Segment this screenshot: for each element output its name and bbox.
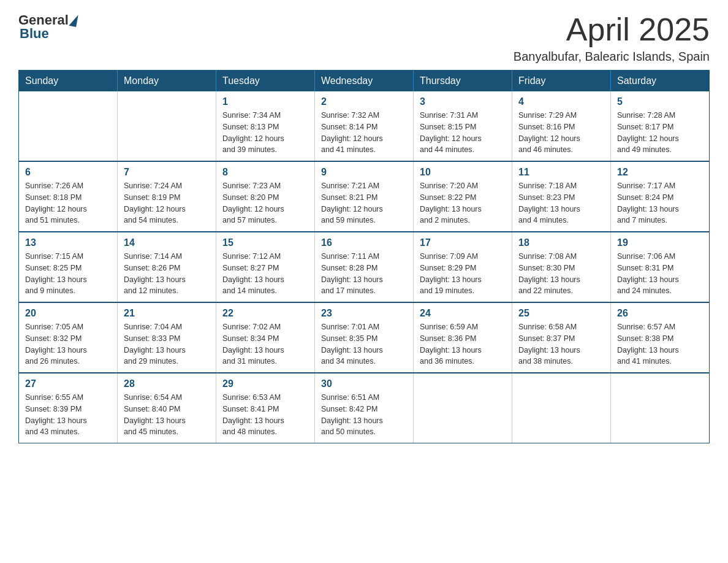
title-section: April 2025 Banyalbufar, Balearic Islands…	[514, 12, 710, 64]
day-info: Sunrise: 6:51 AMSunset: 8:42 PMDaylight:…	[321, 392, 407, 438]
calendar-cell: 26Sunrise: 6:57 AMSunset: 8:38 PMDayligh…	[611, 302, 710, 373]
calendar-cell: 25Sunrise: 6:58 AMSunset: 8:37 PMDayligh…	[512, 302, 611, 373]
calendar-cell: 13Sunrise: 7:15 AMSunset: 8:25 PMDayligh…	[19, 232, 118, 302]
day-number: 4	[518, 96, 604, 107]
calendar-cell: 27Sunrise: 6:55 AMSunset: 8:39 PMDayligh…	[19, 373, 118, 443]
calendar-cell: 30Sunrise: 6:51 AMSunset: 8:42 PMDayligh…	[315, 373, 414, 443]
calendar-cell: 9Sunrise: 7:21 AMSunset: 8:21 PMDaylight…	[315, 161, 414, 232]
calendar-cell: 4Sunrise: 7:29 AMSunset: 8:16 PMDaylight…	[512, 91, 611, 161]
day-number: 16	[321, 237, 407, 248]
day-info: Sunrise: 7:15 AMSunset: 8:25 PMDaylight:…	[25, 251, 111, 297]
calendar-cell: 5Sunrise: 7:28 AMSunset: 8:17 PMDaylight…	[611, 91, 710, 161]
calendar-cell: 20Sunrise: 7:05 AMSunset: 8:32 PMDayligh…	[19, 302, 118, 373]
weekday-header-saturday: Saturday	[611, 71, 710, 92]
day-info: Sunrise: 7:04 AMSunset: 8:33 PMDaylight:…	[124, 321, 210, 367]
calendar-cell: 8Sunrise: 7:23 AMSunset: 8:20 PMDaylight…	[216, 161, 315, 232]
calendar-cell: 7Sunrise: 7:24 AMSunset: 8:19 PMDaylight…	[118, 161, 216, 232]
weekday-header-wednesday: Wednesday	[315, 71, 414, 92]
calendar-cell: 16Sunrise: 7:11 AMSunset: 8:28 PMDayligh…	[315, 232, 414, 302]
weekday-header-row: SundayMondayTuesdayWednesdayThursdayFrid…	[19, 71, 710, 92]
calendar-cell: 21Sunrise: 7:04 AMSunset: 8:33 PMDayligh…	[118, 302, 216, 373]
day-number: 21	[124, 308, 210, 319]
day-info: Sunrise: 6:53 AMSunset: 8:41 PMDaylight:…	[222, 392, 308, 438]
day-number: 24	[420, 308, 506, 319]
day-info: Sunrise: 7:12 AMSunset: 8:27 PMDaylight:…	[222, 251, 308, 297]
day-number: 28	[124, 378, 210, 389]
calendar-cell: 29Sunrise: 6:53 AMSunset: 8:41 PMDayligh…	[216, 373, 315, 443]
day-info: Sunrise: 7:26 AMSunset: 8:18 PMDaylight:…	[25, 180, 111, 226]
day-info: Sunrise: 7:34 AMSunset: 8:13 PMDaylight:…	[222, 110, 308, 156]
day-info: Sunrise: 6:57 AMSunset: 8:38 PMDaylight:…	[617, 321, 703, 367]
calendar-cell: 2Sunrise: 7:32 AMSunset: 8:14 PMDaylight…	[315, 91, 414, 161]
calendar-cell	[414, 373, 512, 443]
calendar-cell: 1Sunrise: 7:34 AMSunset: 8:13 PMDaylight…	[216, 91, 315, 161]
day-number: 8	[222, 167, 308, 178]
logo-triangle-icon	[69, 13, 78, 27]
calendar-cell: 19Sunrise: 7:06 AMSunset: 8:31 PMDayligh…	[611, 232, 710, 302]
day-info: Sunrise: 7:31 AMSunset: 8:15 PMDaylight:…	[420, 110, 506, 156]
day-info: Sunrise: 7:18 AMSunset: 8:23 PMDaylight:…	[518, 180, 604, 226]
day-number: 9	[321, 167, 407, 178]
weekday-header-sunday: Sunday	[19, 71, 118, 92]
calendar-cell: 10Sunrise: 7:20 AMSunset: 8:22 PMDayligh…	[414, 161, 512, 232]
week-row-1: 1Sunrise: 7:34 AMSunset: 8:13 PMDaylight…	[19, 91, 710, 161]
day-info: Sunrise: 6:55 AMSunset: 8:39 PMDaylight:…	[25, 392, 111, 438]
day-number: 20	[25, 308, 111, 319]
week-row-5: 27Sunrise: 6:55 AMSunset: 8:39 PMDayligh…	[19, 373, 710, 443]
day-info: Sunrise: 7:09 AMSunset: 8:29 PMDaylight:…	[420, 251, 506, 297]
day-info: Sunrise: 7:17 AMSunset: 8:24 PMDaylight:…	[617, 180, 703, 226]
day-info: Sunrise: 7:28 AMSunset: 8:17 PMDaylight:…	[617, 110, 703, 156]
day-number: 11	[518, 167, 604, 178]
day-info: Sunrise: 7:20 AMSunset: 8:22 PMDaylight:…	[420, 180, 506, 226]
day-number: 15	[222, 237, 308, 248]
day-info: Sunrise: 6:59 AMSunset: 8:36 PMDaylight:…	[420, 321, 506, 367]
day-info: Sunrise: 7:14 AMSunset: 8:26 PMDaylight:…	[124, 251, 210, 297]
day-number: 10	[420, 167, 506, 178]
day-info: Sunrise: 7:02 AMSunset: 8:34 PMDaylight:…	[222, 321, 308, 367]
calendar-cell	[512, 373, 611, 443]
location-label: Banyalbufar, Balearic Islands, Spain	[514, 50, 710, 64]
day-number: 2	[321, 96, 407, 107]
day-number: 23	[321, 308, 407, 319]
day-number: 25	[518, 308, 604, 319]
day-number: 26	[617, 308, 703, 319]
day-number: 7	[124, 167, 210, 178]
day-number: 22	[222, 308, 308, 319]
day-info: Sunrise: 7:06 AMSunset: 8:31 PMDaylight:…	[617, 251, 703, 297]
calendar-cell: 18Sunrise: 7:08 AMSunset: 8:30 PMDayligh…	[512, 232, 611, 302]
day-number: 5	[617, 96, 703, 107]
calendar-cell: 15Sunrise: 7:12 AMSunset: 8:27 PMDayligh…	[216, 232, 315, 302]
calendar-cell	[118, 91, 216, 161]
day-number: 14	[124, 237, 210, 248]
day-number: 1	[222, 96, 308, 107]
day-info: Sunrise: 7:21 AMSunset: 8:21 PMDaylight:…	[321, 180, 407, 226]
day-number: 3	[420, 96, 506, 107]
weekday-header-monday: Monday	[118, 71, 216, 92]
day-number: 12	[617, 167, 703, 178]
calendar-cell: 28Sunrise: 6:54 AMSunset: 8:40 PMDayligh…	[118, 373, 216, 443]
day-info: Sunrise: 7:01 AMSunset: 8:35 PMDaylight:…	[321, 321, 407, 367]
week-row-3: 13Sunrise: 7:15 AMSunset: 8:25 PMDayligh…	[19, 232, 710, 302]
calendar-cell	[19, 91, 118, 161]
day-info: Sunrise: 7:29 AMSunset: 8:16 PMDaylight:…	[518, 110, 604, 156]
day-info: Sunrise: 6:54 AMSunset: 8:40 PMDaylight:…	[124, 392, 210, 438]
day-number: 13	[25, 237, 111, 248]
day-info: Sunrise: 7:23 AMSunset: 8:20 PMDaylight:…	[222, 180, 308, 226]
day-info: Sunrise: 7:24 AMSunset: 8:19 PMDaylight:…	[124, 180, 210, 226]
day-info: Sunrise: 7:11 AMSunset: 8:28 PMDaylight:…	[321, 251, 407, 297]
calendar-cell: 17Sunrise: 7:09 AMSunset: 8:29 PMDayligh…	[414, 232, 512, 302]
calendar-cell: 14Sunrise: 7:14 AMSunset: 8:26 PMDayligh…	[118, 232, 216, 302]
day-info: Sunrise: 7:05 AMSunset: 8:32 PMDaylight:…	[25, 321, 111, 367]
calendar-cell: 3Sunrise: 7:31 AMSunset: 8:15 PMDaylight…	[414, 91, 512, 161]
day-number: 18	[518, 237, 604, 248]
day-info: Sunrise: 7:08 AMSunset: 8:30 PMDaylight:…	[518, 251, 604, 297]
weekday-header-tuesday: Tuesday	[216, 71, 315, 92]
month-title: April 2025	[514, 12, 710, 47]
weekday-header-friday: Friday	[512, 71, 611, 92]
calendar-cell: 6Sunrise: 7:26 AMSunset: 8:18 PMDaylight…	[19, 161, 118, 232]
day-number: 29	[222, 378, 308, 389]
day-info: Sunrise: 7:32 AMSunset: 8:14 PMDaylight:…	[321, 110, 407, 156]
logo: General Blue	[18, 12, 78, 42]
day-number: 17	[420, 237, 506, 248]
weekday-header-thursday: Thursday	[414, 71, 512, 92]
